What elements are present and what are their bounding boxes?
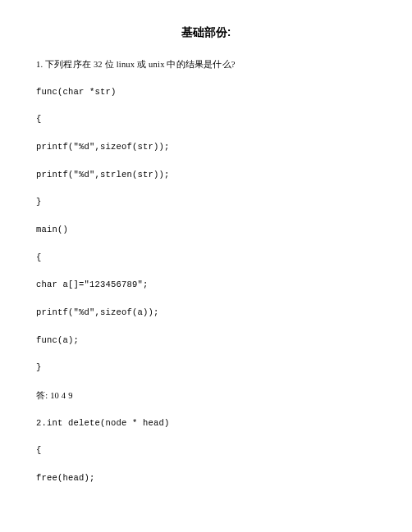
code-line: { [36, 445, 376, 457]
page-title: 基础部份: [36, 25, 376, 39]
code-line: { [36, 252, 376, 264]
code-line: printf("%d",sizeof(a)); [36, 307, 376, 319]
code-line: char a[]="123456789"; [36, 280, 376, 291]
code-line: func(char *str) [36, 87, 376, 98]
question-1-text: 1. 下列程序在 32 位 linux 或 unix 中的结果是什么? [36, 59, 376, 70]
code-line: main() [36, 225, 376, 236]
code-line: } [36, 362, 376, 374]
code-line: printf("%d",strlen(str)); [36, 170, 376, 181]
code-line: printf("%d",sizeof(str)); [36, 142, 376, 153]
code-line: func(a); [36, 335, 376, 347]
code-line: { [36, 114, 376, 125]
code-line: } [36, 197, 376, 208]
answer-line: 答: 10 4 9 [36, 390, 376, 402]
question-2-code: 2.int delete(node * head) [36, 418, 376, 430]
code-line: free(head); [36, 473, 376, 484]
